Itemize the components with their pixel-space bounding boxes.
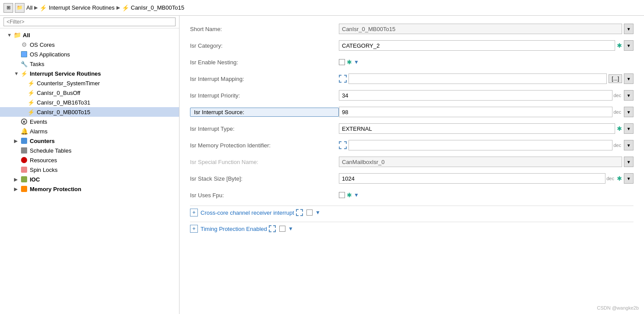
cross-core-section[interactable]: + Cross-core channel receiver interrupt … <box>190 206 633 219</box>
tree-item-events[interactable]: eEvents <box>0 117 179 126</box>
short-name-dropdown[interactable]: ▼ <box>624 24 633 34</box>
tree-item-isr[interactable]: ▼⚡Interrupt Service Routines <box>0 69 179 78</box>
breadcrumb-isr-icon: ⚡ <box>39 4 47 11</box>
isr-interrupt-source-input[interactable] <box>339 107 612 117</box>
isr-uses-fpu-checkbox[interactable] <box>339 192 345 198</box>
short-name-label: Short Name: <box>190 26 339 32</box>
isr-stack-size-label: Isr Stack Size [Byte]: <box>190 175 339 182</box>
folder-icon[interactable]: 📁 <box>15 3 25 13</box>
mapping-dropdown[interactable]: ▼ <box>624 73 633 84</box>
icon-isr-3: ⚡ <box>27 98 35 106</box>
tree-item-isr-2[interactable]: ⚡CanIsr_0_BusOff <box>0 88 179 98</box>
isr-category-star: ✱ <box>617 42 622 49</box>
tree-label-alarms: Alarms <box>30 128 47 135</box>
tree-item-isr-4[interactable]: ⚡CanIsr_0_MB00To15 <box>0 107 179 117</box>
mem-prot-dec-label: dec <box>613 143 621 148</box>
cross-core-title: Cross-core channel receiver interrupt <box>201 209 294 216</box>
mapping-dashed-icon <box>339 75 347 83</box>
timing-protection-arrow[interactable]: ▼ <box>288 226 293 232</box>
tree-label-events: Events <box>30 119 47 125</box>
isr-category-input[interactable] <box>339 40 615 51</box>
breadcrumb-item[interactable]: CanIsr_0_MB00To15 <box>131 4 184 11</box>
tree-label-os-cores: OS Cores <box>30 42 55 48</box>
short-name-row: Short Name: ▼ <box>190 23 633 35</box>
tree-item-isr-3[interactable]: ⚡CanIsr_0_MB16To31 <box>0 98 179 107</box>
isr-interrupt-mapping-row: Isr Interrupt Mapping: [...] ▼ <box>190 73 633 85</box>
breadcrumb-isr[interactable]: Interrupt Service Routines <box>49 4 114 11</box>
tree-item-ioc[interactable]: ▶IOC <box>0 174 179 184</box>
isr-interrupt-type-input[interactable] <box>339 123 615 134</box>
mem-prot-dropdown[interactable]: ▼ <box>624 140 633 150</box>
tree-label-memprotect: Memory Protection <box>30 186 81 192</box>
isr-interrupt-source-control: dec ▼ <box>339 107 633 117</box>
tree-item-schedule[interactable]: Schedule Tables <box>0 146 179 155</box>
mapping-ellipsis-btn[interactable]: [...] <box>609 74 622 83</box>
isr-stack-size-control: dec ✱ ▼ <box>339 173 633 184</box>
tree-item-os-apps[interactable]: OS Applications <box>0 49 179 59</box>
isr-category-row: Isr Category: ✱ ▼ <box>190 39 633 52</box>
cross-core-checkbox[interactable] <box>306 209 313 216</box>
isr-type-star: ✱ <box>617 125 622 132</box>
tree-label-tasks: Tasks <box>30 61 44 67</box>
expand-arrow-all[interactable]: ▼ <box>7 32 13 38</box>
tree-item-all[interactable]: ▼📁All <box>0 30 179 40</box>
filter-input[interactable] <box>4 17 176 26</box>
tree-label-counters: Counters <box>30 138 55 144</box>
isr-enable-nesting-arrow[interactable]: ▼ <box>354 59 359 65</box>
isr-interrupt-priority-input[interactable] <box>339 90 612 101</box>
cross-core-arrow[interactable]: ▼ <box>315 209 320 216</box>
tree-item-resources[interactable]: Resources <box>0 155 179 165</box>
isr-memory-protection-row: Isr Memory Protection Identifier: dec ▼ <box>190 139 633 151</box>
stack-size-star: ✱ <box>617 175 622 182</box>
source-dropdown[interactable]: ▼ <box>624 107 633 117</box>
layout-icon[interactable]: ⊞ <box>4 3 13 13</box>
icon-alarms: 🔔 <box>20 127 28 135</box>
tree-container: ▼📁All⚙OS CoresOS Applications🔧Tasks▼⚡Int… <box>0 28 179 314</box>
isr-category-dropdown[interactable]: ▼ <box>624 40 633 51</box>
tree-item-tasks[interactable]: 🔧Tasks <box>0 59 179 69</box>
priority-dropdown[interactable]: ▼ <box>624 90 633 101</box>
isr-type-dropdown[interactable]: ▼ <box>624 123 633 134</box>
isr-memory-protection-input[interactable] <box>348 140 612 150</box>
expand-arrow-isr[interactable]: ▼ <box>14 71 20 76</box>
icon-isr: ⚡ <box>20 70 28 77</box>
stack-size-dropdown[interactable]: ▼ <box>624 173 633 184</box>
tree-label-spinlocks: Spin Locks <box>30 167 58 173</box>
expand-arrow-memprotect[interactable]: ▶ <box>14 186 20 192</box>
watermark: CSDN @wangke2b <box>597 305 639 311</box>
priority-dec-label: dec <box>613 93 621 98</box>
isr-category-control: ✱ ▼ <box>339 40 633 51</box>
breadcrumb-all[interactable]: All <box>26 4 32 11</box>
tree-item-counters[interactable]: ▶Counters <box>0 136 179 146</box>
timing-protection-section[interactable]: + Timing Protection Enabled ▼ <box>190 222 633 235</box>
tree-item-spinlocks[interactable]: Spin Locks <box>0 165 179 174</box>
isr-interrupt-type-label: Isr Interrupt Type: <box>190 126 339 132</box>
timing-protection-checkbox[interactable] <box>279 226 285 232</box>
tree-item-alarms[interactable]: 🔔Alarms <box>0 126 179 136</box>
isr-category-label: Isr Category: <box>190 42 339 49</box>
isr-uses-fpu-row: Isr Uses Fpu: ✱ ▼ <box>190 189 633 201</box>
tree-item-os-cores[interactable]: ⚙OS Cores <box>0 40 179 49</box>
cross-core-expand-icon[interactable]: + <box>190 209 198 216</box>
isr-uses-fpu-arrow[interactable]: ▼ <box>354 192 359 198</box>
tree-item-isr-1[interactable]: ⚡CounterIsr_SystemTimer <box>0 78 179 88</box>
expand-arrow-ioc[interactable]: ▶ <box>14 177 20 182</box>
isr-memory-protection-control: dec ▼ <box>339 140 633 150</box>
isr-interrupt-mapping-input[interactable] <box>348 73 607 84</box>
stack-size-input-wrap: dec <box>339 173 615 184</box>
priority-input-wrap: dec <box>339 90 622 101</box>
expand-arrow-counters[interactable]: ▶ <box>14 138 20 144</box>
tree-label-os-apps: OS Applications <box>30 51 70 58</box>
tree-item-memprotect[interactable]: ▶Memory Protection <box>0 184 179 194</box>
isr-special-function-control: ▼ <box>339 157 633 167</box>
isr-special-function-row: Isr Special Function Name: ▼ <box>190 156 633 168</box>
special-function-dropdown[interactable]: ▼ <box>624 157 633 167</box>
timing-protection-expand-icon[interactable]: + <box>190 225 198 233</box>
icon-memprotect <box>20 185 28 193</box>
isr-enable-nesting-checkbox[interactable] <box>339 59 345 65</box>
short-name-input[interactable] <box>339 24 622 34</box>
isr-stack-size-input[interactable] <box>339 173 605 184</box>
breadcrumb-bar: ⊞ 📁 All ▶ ⚡ Interrupt Service Routines ▶… <box>0 0 644 16</box>
isr-interrupt-type-control: ✱ ▼ <box>339 123 633 134</box>
isr-uses-fpu-star: ✱ <box>347 192 352 199</box>
